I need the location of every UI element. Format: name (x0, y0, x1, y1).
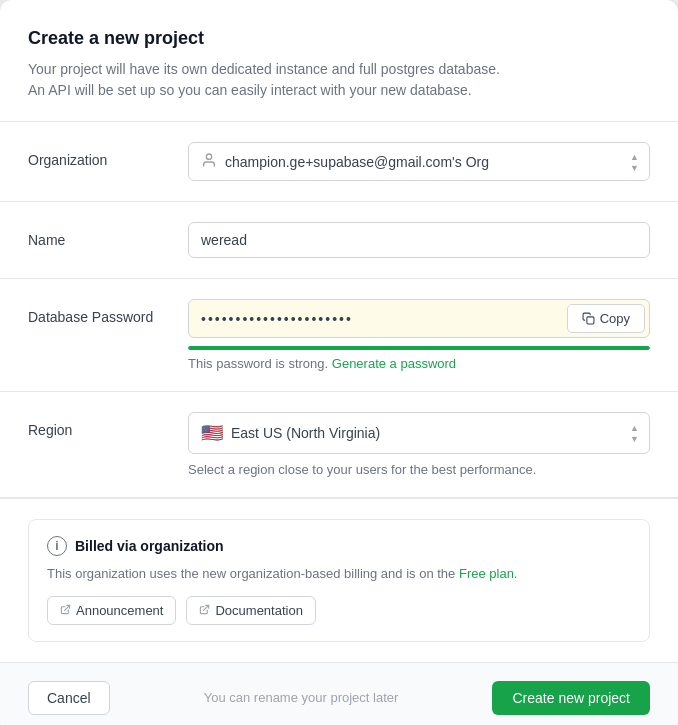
copy-button[interactable]: Copy (567, 304, 645, 333)
billing-title: Billed via organization (75, 538, 224, 554)
organization-row: Organization champion.ge+supabase@gmail.… (0, 122, 678, 202)
generate-password-link[interactable]: Generate a password (332, 356, 456, 371)
region-row: Region 🇺🇸 East US (North Virginia) ▲ ▼ S… (0, 392, 678, 497)
name-row: Name (0, 202, 678, 279)
name-control (188, 222, 650, 258)
svg-line-3 (204, 605, 209, 610)
copy-icon (582, 312, 595, 325)
billing-section: i Billed via organization This organizat… (0, 498, 678, 662)
modal-footer: Cancel You can rename your project later… (0, 662, 678, 726)
modal-description: Your project will have its own dedicated… (28, 59, 650, 101)
billing-info-icon: i (47, 536, 67, 556)
modal-description-line1: Your project will have its own dedicated… (28, 61, 500, 77)
name-label: Name (28, 222, 188, 248)
password-label: Database Password (28, 299, 188, 325)
password-hint: This password is strong. Generate a pass… (188, 356, 650, 371)
create-project-button[interactable]: Create new project (492, 681, 650, 715)
password-strength-text: This password is strong. (188, 356, 328, 371)
modal-description-line2: An API will be set up so you can easily … (28, 82, 472, 98)
billing-header: i Billed via organization (47, 536, 631, 556)
region-hint: Select a region close to your users for … (188, 462, 650, 477)
region-label: Region (28, 412, 188, 438)
region-value: East US (North Virginia) (231, 425, 380, 441)
password-control: Copy This password is strong. Generate a… (188, 299, 650, 371)
billing-description: This organization uses the new organizat… (47, 564, 631, 584)
organization-value: champion.ge+supabase@gmail.com's Org (225, 154, 489, 170)
billing-desc-prefix: This organization uses the new organizat… (47, 566, 459, 581)
documentation-label: Documentation (215, 603, 302, 618)
billing-card: i Billed via organization This organizat… (28, 519, 650, 642)
free-plan-link[interactable]: Free plan (459, 566, 514, 581)
documentation-external-icon (199, 604, 210, 617)
password-input[interactable] (189, 302, 563, 336)
region-chevron-icon: ▲ ▼ (630, 423, 639, 444)
org-person-icon (201, 152, 217, 171)
name-input[interactable] (188, 222, 650, 258)
region-flag-icon: 🇺🇸 (201, 422, 223, 444)
announcement-link[interactable]: Announcement (47, 596, 176, 625)
svg-line-2 (65, 605, 70, 610)
create-project-modal: Create a new project Your project will h… (0, 0, 678, 725)
svg-point-0 (206, 154, 211, 159)
copy-button-label: Copy (600, 311, 630, 326)
billing-links: Announcement Documentation (47, 596, 631, 625)
cancel-button[interactable]: Cancel (28, 681, 110, 715)
modal-header: Create a new project Your project will h… (0, 0, 678, 122)
password-row: Database Password Copy This password is … (0, 279, 678, 392)
region-select[interactable]: 🇺🇸 East US (North Virginia) ▲ ▼ (188, 412, 650, 454)
documentation-link[interactable]: Documentation (186, 596, 315, 625)
rename-hint: You can rename your project later (204, 690, 399, 705)
strength-bar-container (188, 346, 650, 350)
region-control: 🇺🇸 East US (North Virginia) ▲ ▼ Select a… (188, 412, 650, 477)
organization-select[interactable]: champion.ge+supabase@gmail.com's Org ▲ ▼ (188, 142, 650, 181)
announcement-external-icon (60, 604, 71, 617)
organization-label: Organization (28, 142, 188, 168)
password-input-container: Copy (188, 299, 650, 338)
svg-rect-1 (587, 317, 594, 324)
strength-bar (188, 346, 650, 350)
announcement-label: Announcement (76, 603, 163, 618)
chevron-arrows-icon: ▲ ▼ (630, 151, 639, 172)
organization-control: champion.ge+supabase@gmail.com's Org ▲ ▼ (188, 142, 650, 181)
modal-title: Create a new project (28, 28, 650, 49)
form-section: Organization champion.ge+supabase@gmail.… (0, 122, 678, 498)
billing-desc-suffix: . (514, 566, 518, 581)
